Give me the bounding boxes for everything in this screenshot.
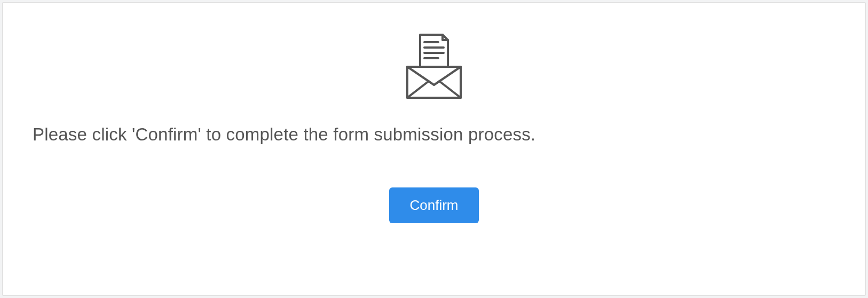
- confirmation-card: Please click 'Confirm' to complete the f…: [2, 2, 866, 296]
- page-root: Please click 'Confirm' to complete the f…: [0, 0, 868, 298]
- instruction-text: Please click 'Confirm' to complete the f…: [33, 124, 535, 145]
- envelope-letter-icon: [397, 29, 471, 104]
- confirm-button[interactable]: Confirm: [389, 187, 478, 223]
